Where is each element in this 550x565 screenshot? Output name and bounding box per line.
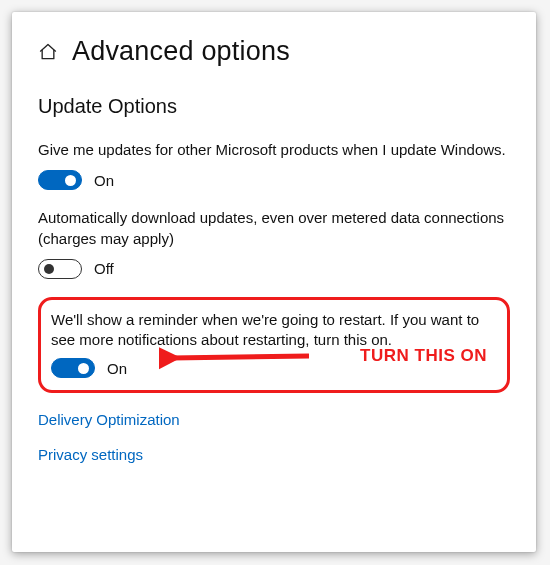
section-header: Update Options <box>38 95 510 118</box>
settings-card: Advanced options Update Options Give me … <box>12 12 536 552</box>
link-delivery-optimization[interactable]: Delivery Optimization <box>38 411 510 428</box>
toggle-state-label: On <box>94 172 114 189</box>
titlebar: Advanced options <box>38 36 510 67</box>
option-desc: Give me updates for other Microsoft prod… <box>38 140 510 160</box>
home-icon[interactable] <box>38 42 58 62</box>
toggle-row: On <box>38 170 510 190</box>
page-title: Advanced options <box>72 36 290 67</box>
toggle-row: Off <box>38 259 510 279</box>
link-privacy-settings[interactable]: Privacy settings <box>38 446 510 463</box>
links: Delivery Optimization Privacy settings <box>38 411 510 463</box>
option-desc: Automatically download updates, even ove… <box>38 208 510 249</box>
toggle-metered[interactable] <box>38 259 82 279</box>
option-metered: Automatically download updates, even ove… <box>38 208 510 279</box>
option-other-products: Give me updates for other Microsoft prod… <box>38 140 510 190</box>
option-desc: We'll show a reminder when we're going t… <box>51 310 495 351</box>
toggle-restart-reminder[interactable] <box>51 358 95 378</box>
toggle-row: On <box>51 358 495 378</box>
annotation-highlight-box: We'll show a reminder when we're going t… <box>38 297 510 394</box>
toggle-other-products[interactable] <box>38 170 82 190</box>
toggle-state-label: On <box>107 360 127 377</box>
toggle-state-label: Off <box>94 260 114 277</box>
